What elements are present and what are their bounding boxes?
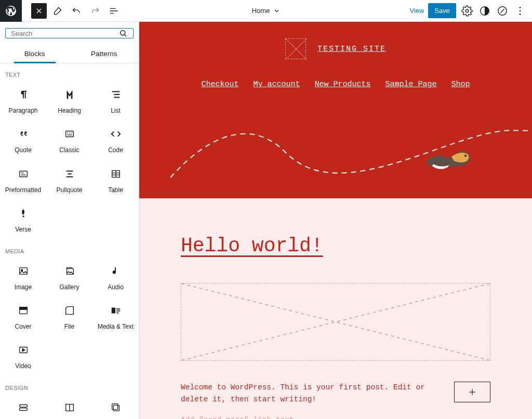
svg-point-3 <box>520 7 521 8</box>
svg-line-23 <box>181 283 490 360</box>
group-icon <box>110 401 122 414</box>
editor-main: Blocks Patterns TEXT Paragraph Heading L… <box>0 22 532 419</box>
gallery-icon <box>63 265 76 277</box>
block-grid-design <box>0 394 139 419</box>
audio-icon <box>110 265 122 277</box>
svg-point-4 <box>520 10 521 11</box>
svg-point-0 <box>466 9 469 12</box>
inserter-search[interactable] <box>5 28 134 38</box>
verse-icon <box>17 207 30 220</box>
block-video[interactable]: Video <box>0 336 46 376</box>
more-vertical-icon <box>514 5 526 17</box>
block-pullquote[interactable]: Pullquote <box>46 160 92 200</box>
quote-icon <box>17 128 30 140</box>
video-icon <box>17 344 30 356</box>
redo-icon <box>89 5 101 17</box>
list-view-icon <box>108 5 119 17</box>
block-classic[interactable]: Classic <box>46 120 92 160</box>
svg-rect-10 <box>19 267 27 274</box>
block-file[interactable]: File <box>46 297 92 336</box>
tab-blocks[interactable]: Blocks <box>0 44 70 63</box>
block-list[interactable]: List <box>92 81 139 120</box>
wordpress-logo-button[interactable] <box>0 0 22 22</box>
excerpt-row: Welcome to WordPress. This is your first… <box>181 382 490 419</box>
gear-icon <box>461 5 473 17</box>
site-logo-placeholder[interactable] <box>285 38 306 59</box>
block-media-text[interactable]: Media & Text <box>92 297 139 336</box>
media-text-icon <box>110 304 122 317</box>
block-columns[interactable] <box>46 394 92 419</box>
svg-rect-20 <box>113 405 119 411</box>
tab-patterns[interactable]: Patterns <box>70 44 139 63</box>
document-overview-button[interactable] <box>106 3 122 19</box>
add-block-button[interactable] <box>454 382 490 402</box>
heading-icon <box>63 88 76 101</box>
undo-button[interactable] <box>69 3 84 19</box>
styles-button[interactable] <box>478 4 491 18</box>
block-gallery[interactable]: Gallery <box>46 258 92 297</box>
block-code[interactable]: Code <box>92 120 139 160</box>
document-title-dropdown[interactable]: Home <box>252 7 281 15</box>
nav-item-new-products[interactable]: New Products <box>314 80 370 89</box>
post-excerpt[interactable]: Welcome to WordPress. This is your first… <box>181 382 438 406</box>
post-content: Hello world! Welcome to WordPress. This … <box>139 198 532 419</box>
site-header-block[interactable]: TESTING SITE Checkout My account New Pro… <box>139 22 532 198</box>
site-navigation[interactable]: Checkout My account New Products Sample … <box>201 80 470 89</box>
bird-illustration <box>423 146 475 178</box>
block-group[interactable] <box>92 394 139 419</box>
nav-item-sample-page[interactable]: Sample Page <box>385 80 437 89</box>
columns-icon <box>63 401 76 414</box>
block-image[interactable]: Image <box>0 258 46 297</box>
svg-rect-18 <box>19 408 27 411</box>
site-title[interactable]: TESTING SITE <box>317 45 386 53</box>
svg-rect-14 <box>19 307 27 310</box>
block-preformatted[interactable]: Preformatted <box>0 160 46 200</box>
buttons-icon <box>17 401 30 414</box>
editor-topbar: Home View Save <box>0 0 532 22</box>
edit-icon <box>52 5 63 17</box>
block-buttons[interactable] <box>0 394 46 419</box>
paragraph-icon <box>17 88 30 101</box>
settings-button[interactable] <box>460 4 474 18</box>
svg-point-5 <box>520 13 521 15</box>
revisions-button[interactable] <box>496 4 509 18</box>
nav-item-shop[interactable]: Shop <box>451 80 470 89</box>
svg-point-6 <box>121 31 125 35</box>
block-paragraph[interactable]: Paragraph <box>0 81 46 120</box>
tools-button[interactable] <box>50 3 65 19</box>
search-input[interactable] <box>11 30 118 37</box>
options-button[interactable] <box>513 4 527 18</box>
block-quote[interactable]: Quote <box>0 120 46 160</box>
close-inserter-button[interactable] <box>31 3 47 19</box>
featured-image-placeholder[interactable] <box>181 283 490 361</box>
svg-point-22 <box>464 155 467 157</box>
readmore-placeholder[interactable]: Add "read more" link text <box>181 416 438 419</box>
block-cover[interactable]: Cover <box>0 297 46 336</box>
svg-line-24 <box>181 283 490 360</box>
site-title-row: TESTING SITE <box>285 38 386 59</box>
svg-rect-17 <box>19 404 27 407</box>
code-icon <box>110 128 122 140</box>
cover-icon <box>17 304 30 317</box>
block-heading[interactable]: Heading <box>46 81 92 120</box>
topbar-right: View Save <box>409 3 532 18</box>
block-table[interactable]: Table <box>92 160 139 200</box>
nav-item-my-account[interactable]: My account <box>253 80 300 89</box>
close-icon <box>35 7 43 15</box>
post-title-link[interactable]: Hello world! <box>181 235 490 257</box>
document-title: Home <box>252 7 270 15</box>
pullquote-icon <box>63 168 76 180</box>
topbar-left <box>0 0 122 21</box>
view-link[interactable]: View <box>409 7 424 15</box>
block-audio[interactable]: Audio <box>92 258 139 297</box>
plus-icon <box>467 387 477 397</box>
save-button[interactable]: Save <box>428 3 456 18</box>
svg-rect-21 <box>112 403 117 409</box>
block-verse[interactable]: Verse <box>0 200 46 239</box>
redo-button[interactable] <box>87 3 103 19</box>
block-grid-media: Image Gallery Audio Cover File Media & T… <box>0 258 139 376</box>
editor-canvas[interactable]: TESTING SITE Checkout My account New Pro… <box>139 22 532 419</box>
nav-item-checkout[interactable]: Checkout <box>201 80 238 89</box>
file-icon <box>63 304 76 317</box>
list-icon <box>110 88 122 101</box>
